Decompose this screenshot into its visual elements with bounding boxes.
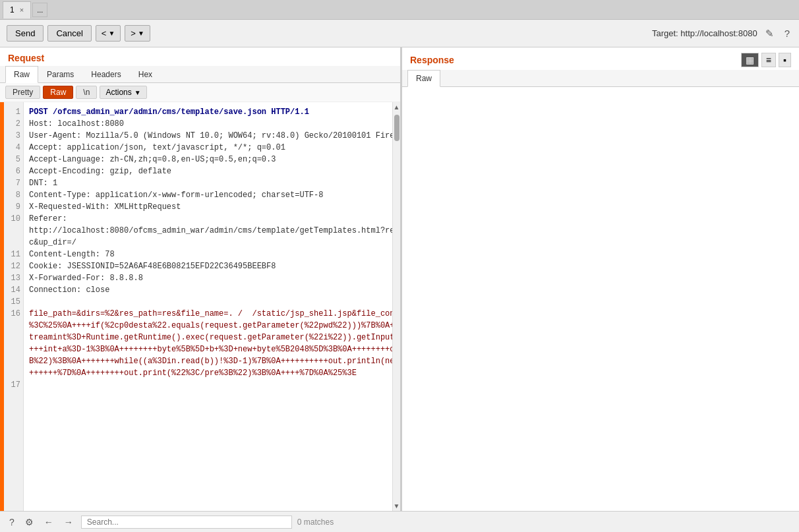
response-header-row: Response ▦ ≡ ▪ xyxy=(402,47,799,70)
chevron-down-icon: ▼ xyxy=(134,89,141,96)
cancel-button[interactable]: Cancel xyxy=(47,25,91,42)
toolbar-left: Send Cancel < ▼ > ▼ xyxy=(7,25,150,42)
help-button[interactable]: ? xyxy=(782,26,792,40)
chevron-down-icon: ▼ xyxy=(138,30,144,37)
toolbar: Send Cancel < ▼ > ▼ Target: http://local… xyxy=(0,20,799,47)
line-numbers: 1 2 3 4 5 6 7 8 9 10 11 12 13 14 15 xyxy=(4,102,24,511)
response-tab-raw[interactable]: Raw xyxy=(407,70,440,87)
tab-headers[interactable]: Headers xyxy=(82,66,129,82)
nav-back-button[interactable]: < ▼ xyxy=(96,25,121,42)
tab-1-label: 1 xyxy=(10,5,15,15)
subtab-pretty[interactable]: Pretty xyxy=(5,86,40,99)
actions-label: Actions xyxy=(105,88,131,97)
edit-target-button[interactable]: ✎ xyxy=(763,26,777,41)
chevron-down-icon: ▼ xyxy=(108,30,115,37)
gear-icon: ⚙ xyxy=(25,517,34,527)
history-back-button[interactable]: ← xyxy=(42,516,56,529)
nav-fwd-button[interactable]: > ▼ xyxy=(125,25,150,42)
nav-back-label: < xyxy=(102,28,107,38)
search-input[interactable] xyxy=(81,516,292,529)
view-icon-block[interactable]: ▪ xyxy=(779,53,791,67)
bottom-bar: ? ⚙ ← → 0 matches xyxy=(0,511,799,532)
actions-button[interactable]: Actions ▼ xyxy=(100,86,146,99)
request-title: Request xyxy=(0,47,400,66)
settings-button[interactable]: ⚙ xyxy=(22,516,36,529)
tab-hex[interactable]: Hex xyxy=(130,66,161,82)
response-panel: Response ▦ ≡ ▪ Raw xyxy=(402,47,799,511)
view-icon-grid[interactable]: ▦ xyxy=(741,53,759,67)
tab-raw[interactable]: Raw xyxy=(5,66,38,83)
target-label: Target: http://localhost:8080 xyxy=(652,28,757,38)
arrow-right-icon: → xyxy=(64,517,73,527)
scroll-thumb[interactable] xyxy=(394,115,400,141)
scroll-down-arrow[interactable]: ▼ xyxy=(392,501,400,511)
request-tabs-row: Raw Params Headers Hex xyxy=(0,66,400,83)
send-button[interactable]: Send xyxy=(7,25,44,42)
tab-1[interactable]: 1 × xyxy=(3,1,31,18)
code-wrapper: 1 2 3 4 5 6 7 8 9 10 11 12 13 14 15 xyxy=(0,102,400,511)
scroll-up-arrow[interactable]: ▲ xyxy=(392,102,400,112)
main-content: Request Raw Params Headers Hex Pretty Ra… xyxy=(0,47,799,511)
response-title: Response xyxy=(410,55,454,65)
subtab-newline[interactable]: \n xyxy=(76,86,97,99)
code-area[interactable]: 1 2 3 4 5 6 7 8 9 10 11 12 13 14 15 xyxy=(4,102,400,511)
tab-1-close[interactable]: × xyxy=(20,6,24,14)
request-panel: Request Raw Params Headers Hex Pretty Ra… xyxy=(0,47,402,511)
tab-overflow[interactable]: ... xyxy=(32,3,47,17)
vertical-scrollbar[interactable]: ▲ ▼ xyxy=(392,102,400,511)
view-icons: ▦ ≡ ▪ xyxy=(741,53,791,67)
question-icon: ? xyxy=(9,517,15,527)
code-content[interactable]: POST /ofcms_admin_war/admin/cms/template… xyxy=(24,102,392,511)
top-bar: 1 × ... xyxy=(0,0,799,20)
arrow-left-icon: ← xyxy=(44,517,53,527)
tab-params[interactable]: Params xyxy=(38,66,82,82)
subtab-raw[interactable]: Raw xyxy=(43,86,73,99)
response-body xyxy=(402,87,799,511)
response-tabs-row: Raw xyxy=(402,70,799,87)
subtabs-row: Pretty Raw \n Actions ▼ xyxy=(0,83,400,102)
nav-fwd-label: > xyxy=(131,28,136,38)
toolbar-right: Target: http://localhost:8080 ✎ ? xyxy=(652,26,792,41)
question-button[interactable]: ? xyxy=(7,516,17,529)
history-fwd-button[interactable]: → xyxy=(61,516,76,529)
view-icon-list[interactable]: ≡ xyxy=(761,53,776,67)
matches-label: 0 matches xyxy=(297,517,334,527)
